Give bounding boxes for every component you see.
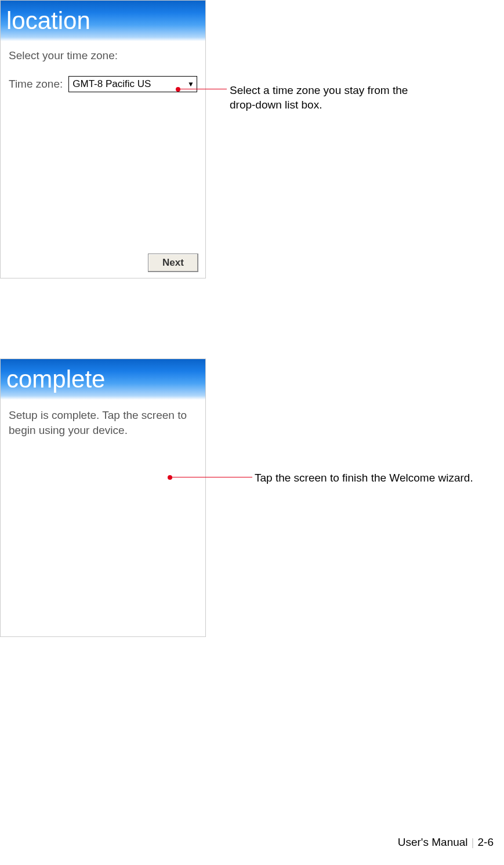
callout-leader-line: [172, 477, 252, 477]
location-title-bar: location: [1, 1, 205, 41]
manual-page: location Select your time zone: Time zon…: [0, 0, 504, 865]
location-body: Select your time zone: Time zone: GMT-8 …: [1, 41, 205, 92]
footer-manual-label: User's Manual: [398, 836, 468, 849]
complete-title-bar: complete: [1, 359, 205, 400]
footer-separator: |: [472, 836, 474, 849]
location-screen[interactable]: location Select your time zone: Time zon…: [0, 0, 206, 278]
next-button-label: Next: [162, 257, 184, 269]
page-footer: User's Manual | 2-6: [398, 836, 494, 849]
finish-callout: Tap the screen to finish the Welcome wiz…: [255, 471, 473, 486]
footer-page-number: 2-6: [478, 836, 494, 849]
next-button[interactable]: Next: [148, 254, 198, 272]
chevron-down-icon: ▼: [187, 80, 194, 88]
complete-body-text: Setup is complete. Tap the screen to beg…: [1, 400, 205, 437]
callout-dot-icon: [176, 87, 180, 92]
callout-leader-line: [180, 89, 227, 89]
timezone-label: Time zone:: [9, 78, 63, 91]
timezone-callout: Select a time zone you stay from the dro…: [230, 84, 421, 112]
callout-dot-icon: [168, 475, 172, 480]
timezone-value: GMT-8 Pacific US: [72, 78, 151, 90]
location-prompt: Select your time zone:: [9, 49, 197, 62]
complete-title-text: complete: [6, 365, 105, 393]
complete-screen[interactable]: complete Setup is complete. Tap the scre…: [0, 359, 206, 637]
location-title-text: location: [6, 7, 90, 35]
timezone-row: Time zone: GMT-8 Pacific US ▼: [9, 76, 197, 92]
